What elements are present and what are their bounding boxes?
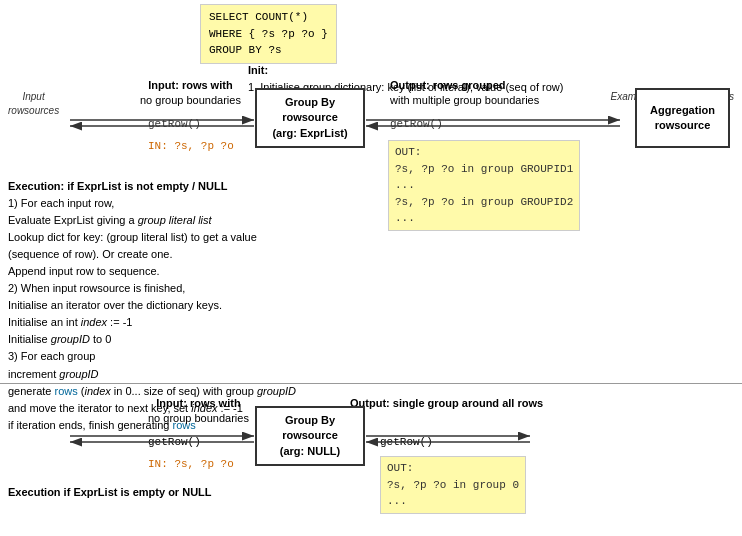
exec-line8: Initialise an int index := -1: [8, 316, 132, 328]
top-input-line2: no group boundaries: [140, 94, 241, 106]
bottom-getrow-right: getRow(): [380, 436, 433, 448]
input-rowsources-label: Inputrowsources: [8, 90, 59, 118]
out-box-top: OUT: ?s, ?p ?o in group GROUPID1 ... ?s,…: [388, 140, 580, 231]
execution-header: Execution: if ExprList is not empty / NU…: [8, 180, 227, 192]
groupby-line2: rowsource: [282, 111, 338, 123]
out-line3: ...: [395, 179, 415, 191]
top-input-line1: Input: rows with: [148, 79, 232, 91]
exec-line10: 3) For each group: [8, 350, 95, 362]
out-line2: ?s, ?p ?o in group GROUPID1: [395, 163, 573, 175]
top-output-line2: with multiple group boundaries: [390, 94, 539, 106]
sql-box: SELECT COUNT(*) WHERE { ?s ?p ?o } GROUP…: [200, 4, 337, 64]
bottom-output-text: Output: single group around all rows: [350, 397, 543, 409]
bottom-out-line1: OUT:: [387, 462, 413, 474]
aggregation-line2: rowsource: [655, 119, 711, 131]
section-divider: [0, 383, 742, 384]
bottom-input-line1: Input: rows with: [156, 397, 240, 409]
exec-line3: Lookup dict for key: (group literal list…: [8, 231, 257, 243]
bottom-out-line3: ...: [387, 495, 407, 507]
bottom-out-line2: ?s, ?p ?o in group 0: [387, 479, 519, 491]
bottom-execution-label: Execution if ExprList is empty or NULL: [8, 486, 212, 498]
exec-line2: Evaluate ExprList giving a group literal…: [8, 214, 212, 226]
top-output-label: Output: rows grouped with multiple group…: [390, 78, 539, 109]
exec-line11: increment groupID: [8, 368, 99, 380]
bottom-exec-text: Execution if ExprList is empty or NULL: [8, 486, 212, 498]
getrow-left-top: getRow(): [148, 118, 201, 130]
out-line5: ...: [395, 212, 415, 224]
bottom-output-label: Output: single group around all rows: [350, 396, 543, 411]
sql-line1: SELECT COUNT(*): [209, 9, 328, 26]
groupby-bottom-line1: Group By: [285, 414, 335, 426]
out-line1: OUT:: [395, 146, 421, 158]
groupby-line3: (arg: ExprList): [272, 127, 347, 139]
top-input-label: Input: rows with no group boundaries: [140, 78, 241, 109]
groupby-bottom-line2: rowsource: [282, 429, 338, 441]
sql-line3: GROUP BY ?s: [209, 42, 328, 59]
groupby-bottom-line3: (arg: NULL): [280, 445, 341, 457]
exec-line7: Initialise an iterator over the dictiona…: [8, 299, 222, 311]
bottom-getrow-left: getRow(): [148, 436, 201, 448]
bottom-out-box: OUT: ?s, ?p ?o in group 0 ...: [380, 456, 526, 514]
exec-line5: Append input row to sequence.: [8, 265, 160, 277]
bottom-input-line2: no group boundaries: [148, 412, 249, 424]
getrow-right-top: getRow(): [390, 118, 443, 130]
exec-line1: 1) For each input row,: [8, 197, 114, 209]
aggregation-line1: Aggregation: [650, 104, 715, 116]
bottom-input-label: Input: rows with no group boundaries: [148, 396, 249, 427]
in-label-top: IN: ?s, ?p ?o: [148, 140, 234, 152]
out-line4: ?s, ?p ?o in group GROUPID2: [395, 196, 573, 208]
init-header: Init:: [248, 64, 268, 76]
exec-line4: (sequence of row). Or create one.: [8, 248, 172, 260]
bottom-in-label: IN: ?s, ?p ?o: [148, 458, 234, 470]
page: SELECT COUNT(*) WHERE { ?s ?p ?o } GROUP…: [0, 0, 742, 536]
groupby-box-bottom: Group By rowsource (arg: NULL): [255, 406, 365, 466]
groupby-box-top: Group By rowsource (arg: ExprList): [255, 88, 365, 148]
exec-line9: Initialise groupID to 0: [8, 333, 111, 345]
top-output-line1: Output: rows grouped: [390, 79, 505, 91]
aggregation-box: Aggregation rowsource: [635, 88, 730, 148]
sql-line2: WHERE { ?s ?p ?o }: [209, 26, 328, 43]
groupby-line1: Group By: [285, 96, 335, 108]
bottom-diagram: Input: rows with no group boundaries Out…: [0, 388, 742, 536]
exec-line6: 2) When input rowsource is finished,: [8, 282, 185, 294]
